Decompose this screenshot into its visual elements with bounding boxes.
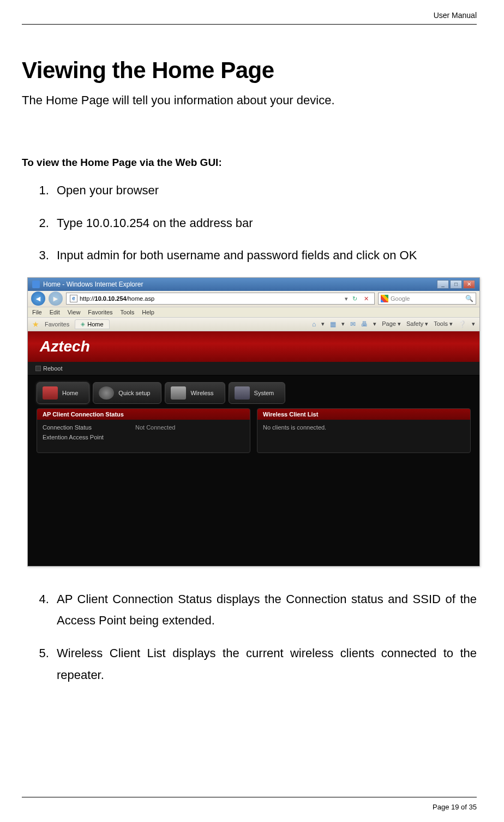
address-dropdown-icon[interactable]: ▾ xyxy=(343,295,348,302)
search-icon[interactable]: 🔍 xyxy=(465,295,473,302)
tools-menu[interactable]: Tools ▾ xyxy=(434,320,453,327)
search-placeholder: Google xyxy=(391,295,463,302)
home-icon[interactable]: ⌂ xyxy=(312,320,316,328)
wireless-tab-icon xyxy=(171,386,186,400)
tab-quick-label: Quick setup xyxy=(118,390,150,396)
refresh-icon[interactable]: ↻ xyxy=(350,295,359,302)
reboot-label[interactable]: Reboot xyxy=(43,365,62,372)
page-title: Viewing the Home Page xyxy=(22,57,477,84)
app-logo: Aztech xyxy=(40,338,90,355)
tab-quick-setup[interactable]: Quick setup xyxy=(93,382,161,404)
extension-ap-label: Extention Access Point xyxy=(43,434,135,440)
step-1: Open your browser xyxy=(52,180,477,201)
reboot-row: Reboot xyxy=(28,362,479,376)
menu-help[interactable]: Help xyxy=(142,309,154,315)
browser-screenshot: Home - Windows Internet Explorer _ □ ✕ ◄… xyxy=(27,277,480,567)
panel-ap-status: AP Client Connection Status Connection S… xyxy=(37,408,250,453)
status-panels: AP Client Connection Status Connection S… xyxy=(28,408,479,453)
panel-client-body: No clients is connected. xyxy=(257,420,470,439)
mail-icon[interactable]: ✉ xyxy=(350,320,356,328)
step-5: Wireless Client List displays the curren… xyxy=(52,642,477,686)
page-tab[interactable]: ◈ Home xyxy=(75,319,109,329)
feed-icon[interactable]: ▦ xyxy=(330,320,336,328)
close-button[interactable]: ✕ xyxy=(463,280,475,289)
menu-view[interactable]: View xyxy=(68,309,81,315)
command-bar: ⌂▾ ▦▾ ✉ 🖶▾ Page ▾ Safety ▾ Tools ▾ ❔▾ xyxy=(312,320,475,328)
step-3: Input admin for both username and passwo… xyxy=(52,245,477,266)
tab-label: Home xyxy=(87,321,103,327)
favorites-star-icon[interactable]: ★ xyxy=(32,320,39,329)
connection-status-label: Connection Status xyxy=(43,424,135,431)
favorites-bar: ★ Favorites ◈ Home ⌂▾ ▦▾ ✉ 🖶▾ Page ▾ Saf… xyxy=(28,318,479,331)
tab-system-label: System xyxy=(254,390,274,396)
tab-page-icon: ◈ xyxy=(81,321,85,327)
minimize-button[interactable]: _ xyxy=(437,280,449,289)
step-list-cont: AP Client Connection Status displays the… xyxy=(22,588,477,686)
forward-button[interactable]: ► xyxy=(49,291,63,306)
system-tab-icon xyxy=(235,386,250,400)
step-list: Open your browser Type 10.0.10.254 on th… xyxy=(22,180,477,266)
window-controls: _ □ ✕ xyxy=(437,280,475,289)
tab-home-label: Home xyxy=(62,390,78,396)
extension-ap-row: Extention Access Point xyxy=(43,434,244,440)
menu-tools[interactable]: Tools xyxy=(121,309,135,315)
search-box[interactable]: Google 🔍 xyxy=(378,293,476,305)
menu-favorites[interactable]: Favorites xyxy=(88,309,112,315)
address-bar[interactable]: e http://10.0.10.254/home.asp ▾ ↻ ✕ xyxy=(66,293,375,305)
nav-toolbar: ◄ ► e http://10.0.10.254/home.asp ▾ ↻ ✕ … xyxy=(28,291,479,307)
window-titlebar: Home - Windows Internet Explorer _ □ ✕ xyxy=(28,278,479,291)
url-text: http://10.0.10.254/home.asp xyxy=(80,295,340,302)
connection-status-row: Connection Status Not Connected xyxy=(43,424,244,431)
tab-wireless[interactable]: Wireless xyxy=(165,382,225,404)
intro-text: The Home Page will tell you information … xyxy=(22,93,477,108)
window-title-text: Home - Windows Internet Explorer xyxy=(43,281,143,288)
back-button[interactable]: ◄ xyxy=(31,291,45,306)
favorites-label: Favorites xyxy=(45,321,69,327)
panel-client-header: Wireless Client List xyxy=(257,409,470,420)
page-icon: e xyxy=(70,295,77,302)
maximize-button[interactable]: □ xyxy=(450,280,462,289)
safety-menu[interactable]: Safety ▾ xyxy=(406,320,428,327)
ie-icon xyxy=(32,281,40,288)
page-menu[interactable]: Page ▾ xyxy=(382,320,401,327)
page-content: Aztech Reboot Home Quick setup Wireless xyxy=(28,331,479,566)
tab-home[interactable]: Home xyxy=(37,382,89,404)
home-tab-icon xyxy=(43,386,58,400)
page-footer: Page 19 of 35 xyxy=(22,797,477,811)
connection-status-value: Not Connected xyxy=(135,424,175,431)
app-banner: Aztech xyxy=(28,331,479,362)
help-icon[interactable]: ❔ xyxy=(458,320,466,328)
panel-ap-header: AP Client Connection Status xyxy=(37,409,250,420)
menu-bar: File Edit View Favorites Tools Help xyxy=(28,307,479,318)
tab-wireless-label: Wireless xyxy=(190,390,213,396)
tab-system[interactable]: System xyxy=(229,382,286,404)
page-number: Page 19 of 35 xyxy=(433,803,477,811)
menu-file[interactable]: File xyxy=(32,309,42,315)
print-icon[interactable]: 🖶 xyxy=(361,320,368,328)
header-label: User Manual xyxy=(22,11,477,25)
step-4: AP Client Connection Status displays the… xyxy=(52,588,477,632)
panel-client-list: Wireless Client List No clients is conne… xyxy=(257,408,471,453)
menu-edit[interactable]: Edit xyxy=(50,309,60,315)
reboot-icon[interactable] xyxy=(35,366,41,371)
stop-icon[interactable]: ✕ xyxy=(362,295,371,302)
quicksetup-tab-icon xyxy=(99,386,114,400)
app-nav-tabs: Home Quick setup Wireless System xyxy=(28,376,479,408)
google-icon xyxy=(381,295,388,302)
sub-heading: To view the Home Page via the Web GUI: xyxy=(22,157,477,169)
step-2: Type 10.0.10.254 on the address bar xyxy=(52,212,477,234)
